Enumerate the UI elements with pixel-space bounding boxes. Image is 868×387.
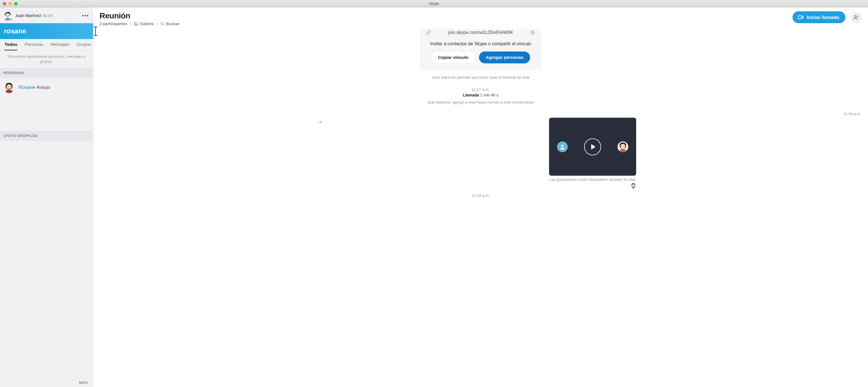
call-entry: Llamada 1 min 40 s: [463, 93, 498, 97]
presence-indicator: [10, 18, 13, 21]
svg-point-3: [8, 15, 9, 16]
copy-link-button[interactable]: [530, 30, 535, 35]
search-in-chat-button[interactable]: Buscar: [160, 22, 180, 26]
recording-note: Las grabaciones están disponibles durant…: [325, 177, 636, 182]
section-header-groups: CHATS GRUPALES: [0, 131, 93, 141]
search-bar: ✕: [0, 23, 93, 39]
link-icon: [426, 30, 431, 35]
section-header-people: PERSONAS: [0, 68, 93, 78]
svg-rect-16: [532, 32, 534, 34]
list-item[interactable]: [0, 155, 93, 169]
svg-point-22: [623, 146, 624, 146]
result-avatar: [3, 82, 15, 93]
my-avatar: [3, 11, 12, 20]
add-person-icon: [853, 14, 859, 21]
add-people-button[interactable]: Agregar personas: [479, 52, 530, 63]
participant-avatar-icon: [557, 142, 568, 152]
svg-point-9: [135, 23, 136, 24]
search-result-person[interactable]: Rosane Araujo: [0, 78, 93, 97]
participants-button[interactable]: 2 participantes: [99, 22, 127, 26]
svg-point-2: [6, 15, 7, 16]
profile-name: Juan Martínez: [15, 13, 41, 18]
timestamp: 11:29 a.m.: [472, 194, 490, 198]
search-input[interactable]: [4, 27, 93, 35]
play-button[interactable]: [584, 138, 601, 155]
forward-icon[interactable]: [317, 119, 323, 125]
read-receipt-avatar: [630, 183, 636, 188]
chat-body[interactable]: join.skype.com/w2cJDo6VeW0K Invitar a co…: [93, 29, 868, 387]
group-results-list: [0, 141, 93, 378]
result-name: Rosane Araujo: [19, 85, 50, 90]
clear-search-button[interactable]: ✕: [92, 26, 101, 36]
copy-link-text-button[interactable]: Copiar vínculo: [431, 52, 475, 63]
window-close-button[interactable]: [3, 2, 6, 5]
sidebar: Juan Martínez $0.00 ••• ✕ Todos Personas…: [0, 7, 93, 387]
window-minimize-button[interactable]: [8, 2, 12, 5]
svg-point-18: [561, 145, 563, 147]
chat-header: Reunión 2 participantes | Galería |: [93, 7, 868, 29]
gallery-button[interactable]: Galería: [134, 22, 153, 26]
search-tabs: Todos Personas Mensajes Grupos: [0, 39, 93, 51]
meeting-link[interactable]: join.skype.com/w2cJDo6VeW0K: [431, 30, 530, 35]
system-message: Juan Martínez agregó a Ana Paula Gómez a…: [427, 100, 534, 105]
gallery-icon: [134, 22, 138, 26]
play-icon: [591, 144, 595, 150]
video-call-icon: [798, 14, 804, 20]
more-results-button[interactable]: MÁS: [0, 378, 93, 387]
svg-rect-17: [531, 31, 533, 33]
window-titlebar: Skype: [0, 0, 868, 7]
list-item[interactable]: [0, 169, 93, 183]
svg-point-6: [8, 87, 8, 87]
svg-point-7: [10, 87, 10, 87]
svg-point-13: [855, 16, 857, 18]
svg-point-10: [161, 22, 163, 25]
tab-people[interactable]: Personas: [25, 42, 43, 50]
timestamp: 11:29 a.m.: [99, 112, 862, 116]
search-hint: Encuentra rápidamente personas, mensajes…: [0, 51, 93, 68]
search-icon: [160, 22, 164, 26]
window-title: Skype: [0, 1, 868, 6]
timestamp: 11:27 a.m.: [472, 87, 490, 92]
svg-point-21: [621, 146, 622, 146]
start-call-button[interactable]: Iniciar llamada: [793, 11, 845, 23]
svg-point-24: [632, 184, 635, 187]
tab-messages[interactable]: Mensajes: [51, 42, 69, 50]
invite-text: Invitar a contactos de Skype o compartir…: [430, 41, 531, 47]
chat-title: Reunión: [99, 11, 787, 20]
tab-all[interactable]: Todos: [4, 42, 17, 50]
svg-point-1: [5, 13, 10, 18]
svg-rect-12: [798, 16, 802, 19]
more-menu-button[interactable]: •••: [82, 13, 89, 19]
svg-point-20: [620, 144, 625, 149]
invite-card: join.skype.com/w2cJDo6VeW0K Invitar a co…: [420, 29, 541, 70]
svg-line-11: [163, 24, 164, 25]
window-zoom-button[interactable]: [14, 2, 18, 5]
chat-panel: Reunión 2 participantes | Galería |: [93, 7, 868, 387]
tab-groups[interactable]: Grupos: [76, 42, 91, 50]
add-participant-button[interactable]: [850, 12, 862, 23]
list-item[interactable]: [0, 141, 93, 155]
system-message: Juan Martínez permitió que todos vean el…: [432, 75, 530, 80]
profile-balance: $0.00: [43, 13, 53, 18]
participant-avatar: [618, 142, 628, 152]
profile-row[interactable]: Juan Martínez $0.00 •••: [0, 7, 93, 23]
window-controls: [0, 2, 18, 5]
call-recording-thumbnail[interactable]: [549, 118, 636, 176]
